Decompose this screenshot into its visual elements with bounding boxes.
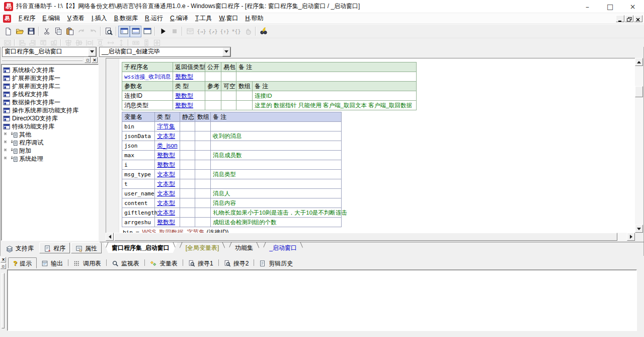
tree-item-library[interactable]: 操作系统界面功能支持库 [3, 106, 97, 114]
variable-name-cell[interactable]: content [122, 198, 155, 208]
align-top-button[interactable] [38, 39, 48, 47]
variable-remark-cell[interactable] [211, 122, 342, 131]
tree-item-group[interactable]: 附加 [3, 147, 97, 155]
menu-item-B[interactable]: B.数据库 [111, 13, 141, 24]
center-vertical-button[interactable] [73, 39, 84, 47]
horizontal-scrollbar[interactable] [106, 233, 635, 241]
param-header-cell[interactable]: 参考 [205, 82, 221, 91]
table-cell[interactable] [236, 91, 253, 101]
variable-remark-cell[interactable] [211, 160, 342, 170]
scroll-right-icon[interactable] [627, 233, 635, 241]
space-down-button[interactable] [95, 39, 105, 47]
code-line[interactable]: bin ＝ WSS_取回数据_字节集 (连接ID) [122, 228, 635, 233]
horizontal-scroll-thumb[interactable] [114, 233, 617, 241]
variable-type-cell[interactable]: 文本型 [155, 131, 180, 141]
table-cell[interactable] [180, 170, 195, 179]
mdi-minimize-icon[interactable] [616, 15, 624, 22]
param-type-cell[interactable]: 整数型 [173, 101, 205, 110]
table-cell[interactable] [180, 179, 195, 189]
tree-item-library[interactable]: 扩展界面支持库一 [3, 74, 97, 82]
close-icon[interactable]: × [1, 257, 6, 262]
variable-type-cell[interactable]: 字节集 [155, 122, 180, 131]
menu-item-R[interactable]: R.运行 [141, 13, 167, 24]
table-cell[interactable] [180, 218, 195, 227]
variable-name-cell[interactable]: arrgeshu [122, 218, 155, 227]
variable-remark-cell[interactable]: 收到的消息 [211, 131, 342, 141]
variable-remark-cell[interactable]: 消息成员数 [211, 151, 342, 160]
close-icon[interactable]: × [92, 57, 98, 63]
scroll-left-icon[interactable] [106, 233, 114, 241]
variable-type-cell[interactable]: 整数型 [155, 218, 180, 227]
fit-height-button[interactable] [116, 39, 126, 47]
layout-full-button[interactable] [141, 26, 153, 37]
variable-name-cell[interactable]: giftlength [122, 208, 155, 218]
menu-item-F[interactable]: F.程序 [15, 13, 39, 24]
variable-remark-cell[interactable] [211, 141, 342, 151]
variable-type-cell[interactable]: 类_json [155, 141, 180, 151]
variable-name-cell[interactable]: json [122, 141, 155, 151]
output-tab-提示[interactable]: ?提示 [8, 257, 37, 268]
chevron-down-icon[interactable] [88, 47, 96, 56]
expand-plus-icon[interactable] [4, 149, 9, 153]
table-cell[interactable] [195, 189, 211, 198]
scroll-up-icon[interactable] [635, 58, 643, 66]
variable-remark-cell[interactable]: 消息内容 [211, 198, 342, 208]
table-cell[interactable] [180, 198, 195, 208]
undo-button[interactable] [87, 26, 99, 37]
subprogram-header-cell[interactable]: 返回值类型 [173, 62, 205, 72]
tree-item-group[interactable]: 系统处理 [3, 155, 97, 163]
menu-item-H[interactable]: H.帮助 [242, 13, 267, 24]
variable-name-cell[interactable]: jsonData [122, 131, 155, 141]
table-cell[interactable] [180, 122, 195, 131]
document-tab-1[interactable]: 窗口程序集_启动窗口 [104, 242, 178, 253]
new-file-button[interactable] [2, 26, 14, 37]
return-type-cell[interactable]: 整数型 [173, 72, 205, 82]
param-header-cell[interactable]: 类 型 [173, 82, 205, 91]
table-cell[interactable] [195, 151, 211, 160]
menu-item-I[interactable]: I.插入 [88, 13, 111, 24]
chevron-down-icon[interactable] [222, 47, 230, 56]
output-tab-搜寻2[interactable]: 搜寻2 [219, 257, 254, 268]
copy-button[interactable] [52, 26, 64, 37]
close-icon[interactable]: × [621, 0, 644, 13]
tree-item-library[interactable]: 数据操作支持库一 [3, 98, 97, 106]
step-out-button[interactable]: {↑} [219, 26, 230, 37]
tree-item-group[interactable]: 其他 [3, 130, 97, 139]
variable-name-cell[interactable]: max [122, 151, 155, 160]
variable-remark-cell[interactable]: 礼物长度如果小于10则是连击，大于10是不判断连击 [211, 208, 342, 218]
table-cell[interactable] [180, 208, 195, 218]
subprogram-name-cell[interactable]: wss连接_收到消息 [122, 72, 173, 82]
tree-item-group[interactable]: 程序调试 [3, 139, 97, 147]
subprogram-header-cell[interactable]: 备 注 [236, 62, 417, 72]
float-icon[interactable]: ▫ [1, 263, 6, 269]
param-name-cell[interactable]: 连接ID [122, 91, 173, 101]
menu-item-V[interactable]: V.查看 [64, 13, 88, 24]
table-cell[interactable] [221, 91, 236, 101]
same-width-button[interactable] [130, 39, 141, 47]
fit-width-button[interactable] [105, 39, 116, 47]
variable-name-cell[interactable]: i [122, 160, 155, 170]
vertical-scrollbar[interactable] [635, 58, 643, 233]
table-cell[interactable] [180, 151, 195, 160]
minimize-icon[interactable]: – [576, 0, 599, 13]
output-tab-剪辑历史[interactable]: 剪辑历史 [255, 257, 297, 268]
layout-left-button[interactable] [118, 26, 130, 37]
run-to-cursor-button[interactable]: *{} [230, 26, 242, 37]
menu-item-W[interactable]: W.窗口 [215, 13, 242, 24]
table-cell[interactable] [205, 72, 221, 82]
document-tab-3[interactable]: 功能集 [227, 242, 261, 253]
mdi-restore-icon[interactable] [625, 15, 633, 22]
mdi-close-icon[interactable] [634, 15, 642, 22]
param-remark-cell[interactable]: 这里的 数据指针 只能使用 客户端_取回文本 客户端_取回数据 [253, 101, 417, 110]
param-header-cell[interactable]: 可空 [221, 82, 236, 91]
debug-window-button[interactable] [184, 26, 196, 37]
table-cell[interactable] [221, 72, 236, 82]
variable-header-cell[interactable]: 数组 [195, 112, 211, 122]
param-remark-cell[interactable]: 连接ID [253, 91, 417, 101]
variable-name-cell[interactable]: bin [122, 122, 155, 131]
align-right-button[interactable] [27, 39, 38, 47]
step-into-button[interactable]: {→} [196, 26, 207, 37]
table-cell[interactable] [180, 131, 195, 141]
output-tab-搜寻1[interactable]: 搜寻1 [184, 257, 218, 268]
float-icon[interactable]: ▫ [85, 57, 91, 63]
